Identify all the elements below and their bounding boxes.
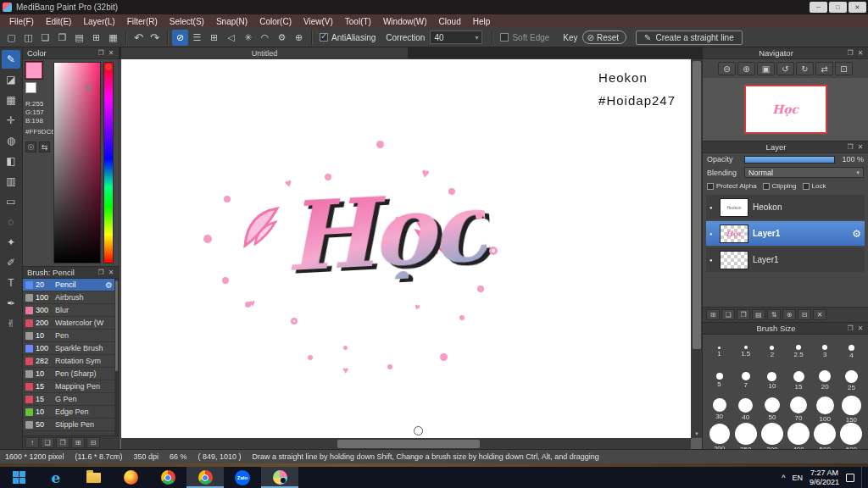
menu-item-file-f[interactable]: File(F) [3, 14, 40, 28]
snap-settings-icon[interactable]: ⚙ [274, 30, 290, 46]
brush-size-40[interactable]: 40 [732, 395, 759, 424]
close-panel-icon[interactable]: ✕ [855, 324, 865, 333]
brush-size-15[interactable]: 15 [785, 366, 811, 395]
move-layer-icon[interactable]: ⇅ [767, 309, 781, 320]
snap-parallel-icon[interactable]: ☰ [189, 30, 205, 46]
brush-item-g-pen[interactable]: 15G Pen [23, 393, 119, 406]
canvas[interactable]: Heokon #Hoidap247 Học ♥♥♥♥♥♥ [121, 59, 691, 438]
brush-item-pen[interactable]: 10Pen [23, 330, 119, 342]
move-tool-icon[interactable]: ✛ [2, 111, 20, 130]
close-panel-icon[interactable]: ✕ [855, 142, 865, 152]
menu-item-filter-r[interactable]: Filter(R) [121, 14, 164, 28]
brush-duplicate-icon[interactable]: ❐ [56, 437, 70, 448]
delete-layer-icon[interactable]: ✕ [813, 309, 826, 320]
fill-tool-icon[interactable]: ◍ [2, 131, 20, 150]
blending-d ropdown[interactable]: Normal ▾ [744, 167, 864, 178]
menu-item-view-v[interactable]: View(V) [298, 14, 339, 28]
chrome-app-icon[interactable] [149, 467, 186, 488]
foreground-color-swatch[interactable] [25, 62, 42, 79]
popout-icon[interactable]: ❐ [96, 48, 106, 58]
popout-icon[interactable]: ❐ [845, 142, 855, 152]
reset-view-icon[interactable]: ⊡ [835, 62, 853, 75]
background-color-swatch[interactable] [25, 82, 36, 93]
text-tool-icon[interactable]: T [2, 274, 20, 292]
layer-row-layer1[interactable]: ●HọcLayer1⚙ [706, 221, 865, 246]
bucket-tool-icon[interactable]: ◧ [2, 152, 20, 170]
brush-item-pencil[interactable]: 20Pencil⚙ [23, 279, 119, 291]
close-panel-icon[interactable]: ✕ [106, 268, 116, 277]
navigator-thumbnail[interactable]: Học [744, 85, 827, 134]
lock-checkbox[interactable]: Lock [803, 182, 826, 190]
firefox-app-icon[interactable] [112, 467, 149, 488]
brush-item-blur[interactable]: 300Blur [23, 304, 119, 317]
snap-ellipse-icon[interactable]: ⊕ [291, 30, 307, 46]
dot-tool-icon[interactable]: ▦ [2, 91, 20, 109]
rotate-left-icon[interactable]: ↺ [776, 62, 794, 75]
close-button[interactable]: ✕ [849, 2, 866, 13]
brush-size-500[interactable]: 500 [812, 424, 838, 449]
brush-up-icon[interactable]: ↑ [25, 437, 39, 448]
brush-size-30[interactable]: 30 [706, 395, 732, 424]
layer-settings-icon[interactable]: ⚙ [852, 228, 861, 240]
layer-visibility-icon[interactable]: ● [709, 258, 715, 263]
menu-item-cloud[interactable]: Cloud [433, 14, 467, 28]
fit-window-icon[interactable]: ▣ [757, 62, 775, 75]
clipping-checkbox[interactable]: Clipping [763, 182, 797, 190]
menu-item-tool-t[interactable]: Tool(T) [339, 14, 377, 28]
brush-size-1[interactable]: 1 [706, 337, 732, 366]
folder-app-icon[interactable] [75, 467, 112, 488]
brush-item-stipple-pen[interactable]: 50Stipple Pen [23, 419, 119, 431]
zoom-in-icon[interactable]: ⊕ [737, 62, 755, 75]
menu-item-select-s[interactable]: Select(S) [164, 14, 210, 28]
layer-visibility-icon[interactable]: ● [709, 231, 715, 236]
menu-item-color-c[interactable]: Color(C) [253, 14, 298, 28]
material-icon[interactable]: ▦ [105, 30, 121, 46]
save-icon[interactable]: ◫ [20, 30, 36, 46]
brush-add-icon[interactable]: ⊞ [71, 437, 85, 448]
brush-tool-icon[interactable]: ✎ [2, 50, 20, 69]
snap-off-icon[interactable]: ⊘ [172, 30, 188, 46]
merge-layer-icon[interactable]: ⊕ [782, 309, 796, 320]
grid-view-icon[interactable]: ⊞ [88, 30, 104, 46]
horizontal-scroll-thumb[interactable] [337, 440, 480, 448]
redo-icon[interactable]: ↷ [147, 30, 163, 46]
create-straight-line-button[interactable]: ✎ Create a straight line [636, 30, 743, 45]
notification-center-icon[interactable] [846, 474, 854, 482]
language-indicator[interactable]: EN [792, 474, 803, 482]
undo-icon[interactable]: ↶ [131, 30, 147, 46]
export-icon[interactable]: ❏ [37, 30, 53, 46]
brush-size-25[interactable]: 25 [838, 366, 865, 395]
hue-slider[interactable] [103, 62, 114, 263]
tab-untitled[interactable]: Untitled [121, 47, 408, 59]
brush-size-70[interactable]: 70 [785, 395, 811, 424]
brush-item-sparkle-brush[interactable]: 100Sparkle Brush [23, 342, 119, 355]
flip-icon[interactable]: ⇄ [815, 62, 833, 75]
gradient-tool-icon[interactable]: ▥ [2, 172, 20, 191]
brush-size-400[interactable]: 400 [785, 424, 811, 449]
edge-app-icon[interactable]: e [37, 467, 75, 488]
brush-item-pen-sharp[interactable]: 10Pen (Sharp) [23, 368, 119, 380]
tray-chevron-icon[interactable]: ^ [782, 474, 785, 482]
brush-size-1-5[interactable]: 1.5 [732, 337, 759, 366]
snap-grid-icon[interactable]: ⊞ [206, 30, 222, 46]
popout-icon[interactable]: ❐ [845, 324, 855, 333]
eyedropper-tool-icon[interactable]: ✒ [2, 294, 20, 313]
rotate-right-icon[interactable]: ↻ [796, 62, 814, 75]
brush-size-100[interactable]: 100 [812, 395, 838, 424]
menu-item-layer-l[interactable]: Layer(L) [77, 14, 120, 28]
close-panel-icon[interactable]: ✕ [106, 48, 116, 58]
zalo-app-icon[interactable]: Zalo [224, 467, 261, 488]
brush-item-mapping-pen[interactable]: 15Mapping Pen [23, 380, 119, 393]
snap-radial-icon[interactable]: ✳ [240, 30, 256, 46]
paste-icon[interactable]: ▤ [71, 30, 87, 46]
show-desktop-button[interactable] [861, 467, 864, 488]
reset-button[interactable]: ⊘ Reset [582, 30, 627, 44]
close-panel-icon[interactable]: ✕ [855, 48, 865, 58]
medibang-app-icon[interactable] [261, 467, 298, 488]
brush-size-50[interactable]: 50 [759, 395, 785, 424]
duplicate-layer-icon[interactable]: ❐ [737, 309, 750, 320]
add-layer-icon[interactable]: ⊞ [706, 309, 720, 320]
protect-alpha-checkbox[interactable]: Protect Alpha [707, 182, 757, 190]
chrome2-app-icon[interactable] [186, 467, 224, 488]
brush-item-watercolor-w[interactable]: 200Watercolor (W [23, 317, 119, 330]
